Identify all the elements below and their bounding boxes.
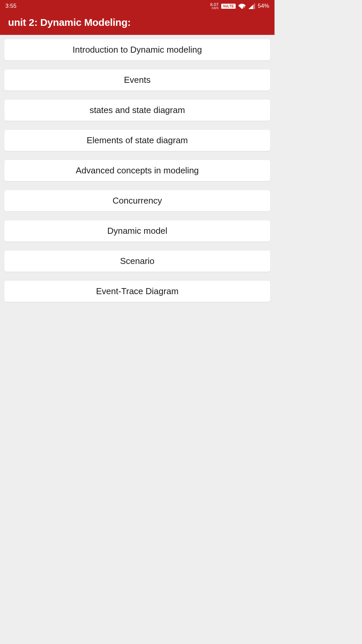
page-title: unit 2: Dynamic Modeling: — [8, 17, 266, 28]
signal-icon — [248, 3, 255, 9]
topic-item-scenario[interactable]: Scenario — [4, 251, 270, 272]
topic-item-events[interactable]: Events — [4, 69, 270, 91]
topic-item-states[interactable]: states and state diagram — [4, 100, 270, 121]
data-rate-unit: KB/S — [212, 7, 219, 10]
status-bar: 3:55 8.07 KB/S VoLTE 54% — [0, 0, 275, 12]
app-bar: unit 2: Dynamic Modeling: — [0, 12, 275, 35]
wifi-icon — [238, 3, 246, 9]
topic-list: Introduction to Dynamic modeling Events … — [0, 35, 275, 306]
volte-badge: VoLTE — [221, 4, 236, 9]
topic-item-advanced[interactable]: Advanced concepts in modeling — [4, 160, 270, 181]
topic-item-dynamic-model[interactable]: Dynamic model — [4, 220, 270, 241]
status-right: 8.07 KB/S VoLTE 54% — [210, 2, 269, 10]
topic-item-event-trace[interactable]: Event-Trace Diagram — [4, 281, 270, 302]
data-rate-indicator: 8.07 KB/S — [210, 2, 219, 10]
status-time: 3:55 — [5, 3, 16, 9]
topic-item-intro[interactable]: Introduction to Dynamic modeling — [4, 39, 270, 60]
battery-percent: 54% — [258, 3, 269, 9]
topic-item-elements[interactable]: Elements of state diagram — [4, 130, 270, 151]
topic-item-concurrency[interactable]: Concurrency — [4, 190, 270, 211]
